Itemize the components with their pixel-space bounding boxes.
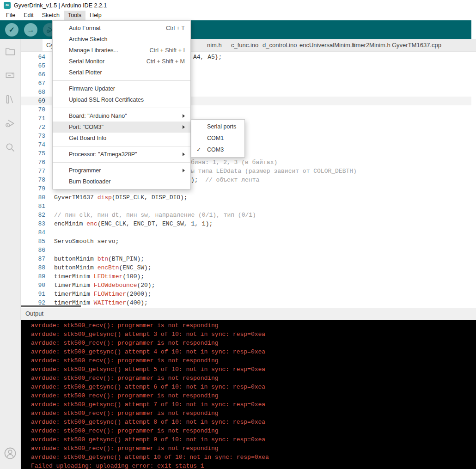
line-number: 78	[21, 176, 45, 184]
output-line: avrdude: stk500_recv(): programmer is no…	[31, 426, 476, 435]
output-line: avrdude: stk500_recv(): programmer is no…	[31, 409, 476, 418]
line-number: 84	[21, 228, 45, 237]
line-number: 89	[21, 272, 45, 281]
line-number: 73	[21, 132, 45, 140]
tools-menu-item[interactable]: Get Board Info	[53, 133, 190, 144]
line-number: 85	[21, 237, 45, 246]
output-line: avrdude: stk500_getsync() attempt 10 of …	[31, 453, 476, 462]
output-line: avrdude: stk500_recv(): programmer is no…	[31, 391, 476, 400]
sidebar-item-search[interactable]	[0, 135, 21, 159]
sidebar-item-sketchbook[interactable]	[0, 39, 21, 63]
menu-shortcut: Ctrl + T	[166, 25, 185, 31]
tools-menu-item[interactable]: Upload SSL Root Certificates	[53, 94, 190, 105]
menubar-item-tools[interactable]: Tools	[64, 11, 85, 20]
line-number: 75	[21, 149, 45, 158]
sidebar-item-boards-manager[interactable]	[0, 63, 21, 87]
output-line: avrdude: stk500_getsync() attempt 7 of 1…	[31, 400, 476, 409]
title-bar: ∞ GyverDrink_v1.5 | Arduino IDE 2.2.1	[0, 0, 476, 11]
output-panel-header: Output	[21, 308, 476, 320]
toolbar-right-gutter	[471, 20, 476, 39]
menubar-item-file[interactable]: File	[2, 11, 19, 20]
tools-menu-item[interactable]: Auto FormatCtrl + T	[53, 23, 190, 34]
line-number: 76	[21, 158, 45, 167]
editor-tab[interactable]: timer2Minim.h	[353, 39, 391, 51]
upload-button[interactable]: →	[24, 23, 37, 37]
code-line: 91timerMinim FLOWtimer(2000);	[21, 290, 471, 298]
line-number: 65	[21, 61, 45, 70]
code-line: 92timerMinim WAITtimer(400);	[21, 298, 471, 307]
output-line: Failed uploading: uploading error: exit …	[31, 462, 476, 469]
library-manager-icon	[4, 93, 16, 105]
line-number: 81	[21, 202, 45, 211]
checkmark-icon: ✓	[196, 144, 201, 156]
tools-menu-item[interactable]: Serial MonitorCtrl + Shift + M	[53, 56, 190, 67]
tools-menu-item[interactable]: Processor: "ATmega328P"	[53, 149, 190, 160]
editor-tab[interactable]: GyverTM1637.cpp	[392, 39, 441, 51]
submenu-arrow-icon	[183, 152, 185, 156]
output-panel-title: Output	[25, 310, 43, 317]
tools-menu-item[interactable]: Programmer	[53, 165, 190, 176]
line-number: 72	[21, 123, 45, 132]
menubar-item-edit[interactable]: Edit	[19, 11, 38, 20]
line-number: 67	[21, 79, 45, 88]
output-line: avrdude: stk500_recv(): programmer is no…	[31, 339, 476, 347]
menu-shortcut: Ctrl + Shift + M	[146, 58, 185, 65]
output-line: avrdude: stk500_recv(): programmer is no…	[31, 444, 476, 453]
code-line: 82// пин clk, пин dt, пин sw, направлени…	[21, 211, 471, 219]
menubar-item-sketch[interactable]: Sketch	[38, 11, 64, 20]
code-line: 86	[21, 246, 471, 255]
editor-tab[interactable]: d_control.ino	[262, 39, 297, 51]
submenu-arrow-icon	[183, 125, 185, 129]
tools-menu-item[interactable]: Firmware Updater	[53, 83, 190, 94]
boards-manager-icon	[4, 69, 16, 81]
line-number: 83	[21, 219, 45, 228]
menu-separator	[53, 80, 190, 81]
code-line: 89timerMinim LEDtimer(100);	[21, 272, 471, 281]
sidebar-item-debug[interactable]	[0, 111, 21, 135]
output-line: avrdude: stk500_getsync() attempt 5 of 1…	[31, 365, 476, 374]
output-line: avrdude: stk500_getsync() attempt 4 of 1…	[31, 347, 476, 356]
port-option[interactable]: COM1	[191, 133, 244, 144]
menubar-item-help[interactable]: Help	[85, 11, 106, 20]
menu-separator	[53, 146, 190, 146]
editor-horizontal-scrollbar[interactable]	[21, 305, 81, 307]
port-option[interactable]: ✓COM3	[191, 144, 244, 156]
editor-tab[interactable]: c_func.ino	[231, 39, 258, 51]
line-number: 69	[21, 97, 45, 105]
output-line: avrdude: stk500_getsync() attempt 6 of 1…	[31, 383, 476, 391]
menu-shortcut: Ctrl + Shift + I	[150, 47, 185, 54]
submenu-arrow-icon	[183, 114, 185, 118]
editor-tab[interactable]: encUniversalMinim.h	[299, 39, 355, 51]
line-number: 77	[21, 167, 45, 176]
sidebar-item-account[interactable]	[0, 441, 21, 465]
code-line: 80GyverTM1637 disp(DISP_CLK, DISP_DIO);	[21, 193, 471, 202]
account-icon	[3, 446, 17, 460]
port-submenu: Serial portsCOM1✓COM3	[191, 119, 245, 158]
verify-button[interactable]: ✓	[5, 23, 18, 37]
tools-menu-item[interactable]: Burn Bootloader	[53, 176, 190, 187]
sketchbook-folder-icon	[4, 45, 16, 57]
sidebar-item-library-manager[interactable]	[0, 87, 21, 111]
output-line: avrdude: stk500_recv(): programmer is no…	[31, 321, 476, 330]
tools-menu-item[interactable]: Port: "COM3"	[53, 122, 190, 133]
port-submenu-header: Serial ports	[191, 121, 244, 133]
menu-separator	[53, 108, 190, 108]
line-number: 79	[21, 184, 45, 193]
line-number: 66	[21, 70, 45, 79]
line-number: 82	[21, 211, 45, 219]
tools-menu-item[interactable]: Serial Plotter	[53, 67, 190, 78]
output-console: avrdude: stk500_recv(): programmer is no…	[21, 320, 476, 469]
line-number: 90	[21, 281, 45, 290]
line-number: 80	[21, 193, 45, 202]
window-title: GyverDrink_v1.5 | Arduino IDE 2.2.1	[14, 2, 107, 9]
arduino-app-icon: ∞	[4, 2, 11, 9]
output-line: avrdude: stk500_recv(): programmer is no…	[31, 356, 476, 365]
output-line: avrdude: stk500_getsync() attempt 9 of 1…	[31, 435, 476, 444]
editor-tab[interactable]: nim.h	[207, 39, 222, 51]
output-line: avrdude: stk500_recv(): programmer is no…	[31, 374, 476, 383]
tools-menu-item[interactable]: Board: "Arduino Nano"	[53, 110, 190, 122]
tools-menu-item[interactable]: Manage Libraries...Ctrl + Shift + I	[53, 45, 190, 56]
tools-menu-item[interactable]: Archive Sketch	[53, 34, 190, 45]
debug-icon	[4, 117, 16, 129]
submenu-arrow-icon	[183, 169, 185, 172]
